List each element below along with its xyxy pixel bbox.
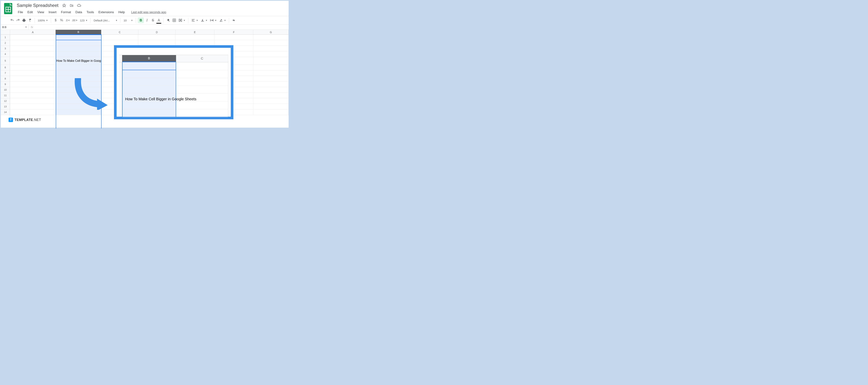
row-header[interactable]: 4 — [1, 51, 10, 57]
col-header-A[interactable]: A — [10, 30, 56, 35]
cell-C2[interactable] — [101, 40, 138, 46]
menu-edit[interactable]: Edit — [26, 10, 35, 15]
cell-A12[interactable] — [10, 98, 56, 104]
cell-B1[interactable] — [56, 35, 101, 40]
cell-B6[interactable] — [56, 65, 101, 70]
move-folder-icon[interactable] — [69, 3, 74, 8]
decrease-decimal-button[interactable]: .0 — [65, 18, 71, 23]
cell-G8[interactable] — [253, 76, 288, 82]
currency-button[interactable]: $ — [53, 18, 58, 23]
vertical-align-button[interactable]: ▼ — [199, 19, 209, 22]
cell-G2[interactable] — [253, 40, 288, 46]
cell-G1[interactable] — [253, 35, 288, 40]
cell-A6[interactable] — [10, 65, 56, 70]
col-header-C[interactable]: C — [101, 30, 138, 35]
cell-A7[interactable] — [10, 70, 56, 76]
doc-title[interactable]: Sample Spreadsheet — [16, 2, 59, 8]
row-header[interactable]: 13 — [1, 104, 10, 110]
paint-format-button[interactable] — [27, 18, 33, 23]
print-button[interactable] — [21, 18, 27, 23]
row-header[interactable]: 3 — [1, 46, 10, 51]
cell-B8[interactable] — [56, 76, 101, 82]
cell-B10[interactable] — [56, 87, 101, 93]
cell-A5[interactable] — [10, 57, 56, 65]
text-wrap-button[interactable]: ▼ — [209, 19, 218, 22]
col-header-G[interactable]: G — [253, 30, 288, 35]
cell-G9[interactable] — [253, 82, 288, 87]
font-size-select[interactable]: 10▼ — [122, 19, 134, 22]
cell-B4[interactable] — [56, 51, 101, 57]
cell-E2[interactable] — [176, 40, 214, 46]
name-box[interactable]: B:B ▼ — [1, 25, 29, 30]
increase-decimal-button[interactable]: .00 — [71, 18, 78, 23]
menu-help[interactable]: Help — [116, 10, 127, 15]
row-header[interactable]: 10 — [1, 87, 10, 93]
menu-extensions[interactable]: Extensions — [96, 10, 116, 15]
cell-G3[interactable] — [253, 46, 288, 51]
redo-button[interactable] — [15, 18, 21, 23]
cell-G7[interactable] — [253, 70, 288, 76]
row-header[interactable]: 12 — [1, 98, 10, 104]
cell-A9[interactable] — [10, 82, 56, 87]
select-all-corner[interactable] — [1, 30, 10, 35]
row-header[interactable]: 6 — [1, 65, 10, 70]
menu-insert[interactable]: Insert — [47, 10, 58, 15]
cell-D2[interactable] — [138, 40, 175, 46]
menu-file[interactable]: File — [16, 10, 25, 15]
cell-A2[interactable] — [10, 40, 56, 46]
menu-format[interactable]: Format — [59, 10, 73, 15]
cell-B3[interactable] — [56, 46, 101, 51]
cloud-status-icon[interactable] — [76, 3, 82, 8]
cell-G14[interactable] — [253, 110, 288, 115]
cell-B13[interactable] — [56, 104, 101, 110]
insert-link-button[interactable] — [231, 18, 237, 23]
cell-F2[interactable] — [214, 40, 253, 46]
text-color-button[interactable]: A — [156, 18, 162, 23]
cell-B5[interactable]: How To Make Cell Bigger in Goog — [56, 57, 101, 65]
text-rotation-button[interactable]: ▼ — [218, 19, 227, 22]
cell-B9[interactable] — [56, 82, 101, 87]
cell-A14[interactable] — [10, 110, 56, 115]
sheets-logo-icon[interactable] — [4, 3, 12, 14]
cell-G10[interactable] — [253, 87, 288, 93]
row-header[interactable]: 8 — [1, 76, 10, 82]
row-header[interactable]: 5 — [1, 57, 10, 65]
cell-B12[interactable] — [56, 98, 101, 104]
row-header[interactable]: 14 — [1, 110, 10, 115]
italic-button[interactable]: I — [144, 18, 150, 23]
row-header[interactable]: 2 — [1, 40, 10, 46]
row-header[interactable]: 1 — [1, 35, 10, 40]
cell-B14[interactable] — [56, 110, 101, 115]
cell-G13[interactable] — [253, 104, 288, 110]
borders-button[interactable] — [172, 18, 177, 23]
strikethrough-button[interactable]: S — [150, 18, 156, 23]
menu-view[interactable]: View — [35, 10, 46, 15]
percent-button[interactable]: % — [59, 18, 64, 23]
horizontal-align-button[interactable]: ▼ — [190, 19, 199, 22]
cell-A13[interactable] — [10, 104, 56, 110]
cell-A3[interactable] — [10, 46, 56, 51]
cell-G6[interactable] — [253, 65, 288, 70]
last-edit-link[interactable]: Last edit was seconds ago — [131, 10, 166, 14]
cell-A8[interactable] — [10, 76, 56, 82]
zoom-select[interactable]: 100%▼ — [37, 19, 49, 22]
cell-B11[interactable] — [56, 93, 101, 98]
cell-A10[interactable] — [10, 87, 56, 93]
cell-G4[interactable] — [253, 51, 288, 57]
cell-B7[interactable] — [56, 70, 101, 76]
col-header-B[interactable]: B — [56, 30, 101, 35]
menu-data[interactable]: Data — [74, 10, 84, 15]
row-header[interactable]: 7 — [1, 70, 10, 76]
cell-B2[interactable] — [56, 40, 101, 46]
undo-button[interactable] — [9, 18, 15, 23]
cell-G12[interactable] — [253, 98, 288, 104]
menu-tools[interactable]: Tools — [85, 10, 96, 15]
fill-color-button[interactable] — [165, 18, 171, 23]
col-header-E[interactable]: E — [176, 30, 214, 35]
font-select[interactable]: Default (Ari...▼ — [92, 19, 119, 22]
more-formats-button[interactable]: 123▼ — [79, 19, 89, 22]
bold-button[interactable]: B — [138, 18, 144, 23]
cell-G11[interactable] — [253, 93, 288, 98]
row-header[interactable]: 9 — [1, 82, 10, 87]
col-header-F[interactable]: F — [214, 30, 253, 35]
